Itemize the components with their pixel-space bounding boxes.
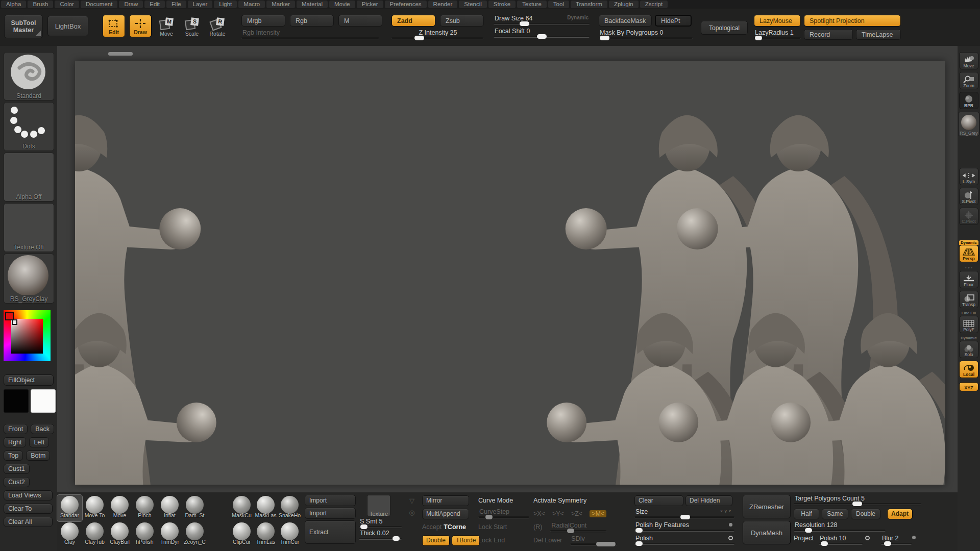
menu-movie[interactable]: Movie [329,1,355,8]
mirror-button[interactable]: Mirror [422,495,469,506]
menu-draw[interactable]: Draw [119,1,143,8]
xyz-constraint-button[interactable]: XYZ [959,382,978,391]
menu-preferences[interactable]: Preferences [385,1,427,8]
extract-button[interactable]: Extract [305,520,356,544]
blur-toggle[interactable] [912,536,916,539]
viewport-canvas[interactable] [57,46,958,492]
brush-clipcurve[interactable]: ClipCur [230,521,254,548]
import-tool-button[interactable]: Import [305,495,356,506]
tcorner-button[interactable]: TCorne [444,523,466,531]
curve-mode-button[interactable]: Curve Mode [478,497,513,504]
project-button[interactable]: Project [794,535,814,542]
mrgb-button[interactable]: Mrgb [241,15,285,27]
clear-pivot-button[interactable]: C.Pivot [959,208,978,225]
zremesher-button[interactable]: ZRemesher [743,495,791,518]
backfacemask-button[interactable]: BackfaceMask [599,15,652,27]
accept-button[interactable]: Accept [422,523,442,531]
brush-claybuildup[interactable]: ClayBuil [107,521,132,548]
canvas-scrollbar-thumb[interactable] [108,52,133,56]
rgb-button[interactable]: Rgb [290,15,334,27]
menu-light[interactable]: Light [214,1,237,8]
menu-tool[interactable]: Tool [548,1,569,8]
brush-trimcurve[interactable]: TrimCur [278,521,302,548]
view-top-button[interactable]: Top [4,450,23,461]
del-lower-button[interactable]: Del Lower [533,537,562,544]
solo-button[interactable]: Solo [959,341,978,358]
import-texture-button[interactable]: Import [305,508,356,519]
view-front-button[interactable]: Front [4,424,28,434]
menu-zscript[interactable]: Zscript [640,1,668,8]
menu-color[interactable]: Color [55,1,79,8]
view-cust2-button[interactable]: Cust2 [4,477,30,487]
local-transform-button[interactable]: Local [959,361,978,378]
adapt-button[interactable]: Adapt [887,509,913,519]
activate-symmetry-button[interactable]: Activate Symmetry [533,497,586,504]
m-button[interactable]: M [338,15,382,27]
zadd-button[interactable]: Zadd [391,15,435,27]
blur-slider[interactable]: Blur 2 [881,535,912,545]
menu-document[interactable]: Document [81,1,117,8]
perspective-button[interactable]: Persp [959,245,978,262]
zsub-button[interactable]: Zsub [440,15,484,27]
same-button[interactable]: Same [822,509,848,519]
brush-dam-standard[interactable]: Dam_St [182,495,207,521]
current-alpha-tile[interactable]: Alpha Off [4,153,54,202]
floor-grid-button[interactable]: Floor [959,271,978,288]
view-bottom-button[interactable]: Botm [26,450,50,461]
current-stroke-tile[interactable]: Dots [4,102,54,151]
current-texture-tile[interactable]: Texture Off [4,203,54,252]
menu-material[interactable]: Material [297,1,328,8]
hidept-button[interactable]: HidePt [655,15,692,27]
double-sided-button[interactable]: Double [422,535,450,546]
polish-slider[interactable]: Polish [634,535,734,545]
dynamesh-polish-slider[interactable]: Polish 10 [819,535,863,545]
secondary-color-swatch[interactable] [31,389,56,413]
half-button[interactable]: Half [794,509,819,519]
mask-by-polygroups-slider[interactable]: Mask By Polygroups 0 [599,29,693,39]
sym-x-button[interactable]: >X< [533,510,545,517]
radialcount-slider[interactable]: RadialCount [550,522,606,532]
resolution-slider[interactable]: Resolution 128 [794,521,886,532]
menu-stencil[interactable]: Stencil [459,1,487,8]
menu-layer[interactable]: Layer [188,1,213,8]
timelapse-button[interactable]: TimeLapse [856,29,901,40]
brush-pinch[interactable]: Pinch [132,495,157,521]
move-canvas-button[interactable]: Move [959,52,978,69]
view-back-button[interactable]: Back [31,424,54,434]
saturation-square[interactable] [11,319,43,354]
menu-edit[interactable]: Edit [144,1,165,8]
menu-zplugin[interactable]: Zplugin [609,1,639,8]
lazymouse-button[interactable]: LazyMouse [754,15,801,27]
current-brush-tile[interactable]: Standard [4,52,54,101]
dynamesh-polish-toggle[interactable] [865,536,870,540]
document-area[interactable] [75,61,945,485]
curvestep-slider[interactable]: CurveStep [478,508,529,518]
view-cust1-button[interactable]: Cust1 [4,464,30,474]
menu-texture[interactable]: Texture [517,1,547,8]
focal-shift-slider[interactable]: Focal Shift 0 [494,28,590,38]
tborder-button[interactable]: TBorde [452,535,480,546]
clear-to-button[interactable]: Clear To [4,504,53,514]
hue-square[interactable] [4,310,51,361]
brush-snakehook[interactable]: SnakeHo [278,495,302,521]
transparency-button[interactable]: Transp [959,291,978,308]
menu-transform[interactable]: Transform [571,1,607,8]
lightbox-button[interactable]: LightBox [47,16,88,36]
sym-y-button[interactable]: >Y< [552,510,564,517]
menu-file[interactable]: File [166,1,186,8]
material-quick-tile[interactable]: RS_Grey [958,112,979,136]
zoom-canvas-button[interactable]: Zoom [959,72,978,89]
scale-gyro-button[interactable]: S Scale [181,18,203,37]
clear-all-button[interactable]: Clear All [4,517,53,527]
double-button[interactable]: Double [851,509,880,519]
set-pivot-button[interactable]: S.Pivot [959,188,978,205]
subtool-master-button[interactable]: SubTool Master [4,15,43,38]
load-views-button[interactable]: Load Views [4,490,53,500]
sdiv-slider[interactable]: SDiv [570,535,617,545]
lock-start-button[interactable]: Lock Start [478,523,507,531]
rotate-gyro-button[interactable]: R Rotate [207,18,228,37]
brush-zeoyn[interactable]: Zeoyn_C [182,521,207,548]
brush-claytubes[interactable]: ClayTub [82,521,107,548]
primary-color-swatch[interactable] [4,389,29,413]
polish-by-features-slider[interactable]: Polish By Features [634,521,734,532]
